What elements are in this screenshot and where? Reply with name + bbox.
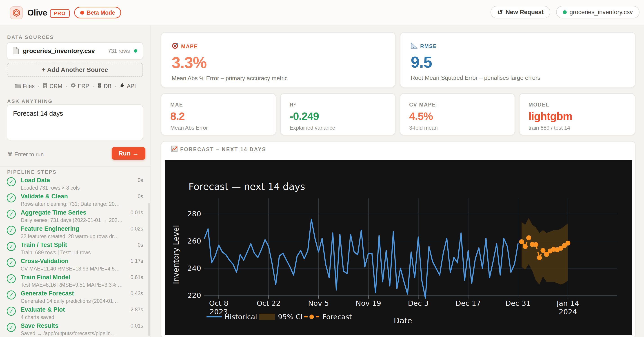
mape-desc: Mean Abs % Error – primary accuracy metr… xyxy=(172,75,385,82)
source-file-card[interactable]: groceries_inventory.csv 731 rows xyxy=(7,42,143,60)
step-duration: 2.87s xyxy=(130,307,143,313)
cv-mape-label: CV MAPE xyxy=(409,102,506,108)
pipeline-step[interactable]: ✓ Train Final Model Test MAE=8.16 RMSE=9… xyxy=(0,274,151,290)
mae-card: MAE 8.2 Mean Abs Error xyxy=(161,93,276,135)
pipeline-step[interactable]: ✓ Train / Test Split Train: 689 rows | T… xyxy=(0,241,151,257)
step-detail: Train: 689 rows | Test: 14 rows xyxy=(21,250,128,256)
cv-mape-desc: 3-fold mean xyxy=(409,125,506,131)
r2-card: R² -0.249 Explained variance xyxy=(280,93,396,135)
run-hint: ⌘ Enter to run xyxy=(7,151,44,158)
pipeline-step[interactable]: ✓ Load Data Loaded 731 rows × 8 cols 0s xyxy=(0,176,151,192)
model-value: lightgbm xyxy=(528,110,626,122)
step-title: Feature Engineering xyxy=(21,225,79,232)
step-duration: 1.17s xyxy=(130,258,143,264)
step-duration: 0.43s xyxy=(130,290,143,296)
step-title: Cross-Validation xyxy=(21,258,68,265)
active-file-pill[interactable]: groceries_inventory.csv xyxy=(556,6,640,18)
source-filename: groceries_inventory.csv xyxy=(23,48,104,54)
svg-text:Date: Date xyxy=(394,316,412,325)
mape-label: MAPE xyxy=(181,44,198,50)
step-detail: 4 charts saved xyxy=(21,314,128,320)
svg-text:Forecast: Forecast xyxy=(322,313,352,321)
step-duration: 0.61s xyxy=(130,274,143,280)
sidebar: DATA SOURCES groceries_inventory.csv 731… xyxy=(0,26,151,337)
building-icon xyxy=(43,83,48,90)
model-desc: train 689 / test 14 xyxy=(528,125,626,131)
folder-icon xyxy=(15,83,21,90)
step-detail: Saved → /app/outputs/forecasts/pipelin… xyxy=(21,330,128,336)
svg-text:95% CI: 95% CI xyxy=(278,313,303,321)
api-icon-item[interactable]: API xyxy=(120,83,136,90)
check-icon: ✓ xyxy=(7,274,16,283)
r2-label: R² xyxy=(290,102,386,108)
step-title: Train Final Model xyxy=(21,274,70,281)
new-request-button[interactable]: ↺ New Request xyxy=(490,6,550,18)
rmse-desc: Root Mean Squared Error – penalises larg… xyxy=(411,74,625,81)
database-icon-item[interactable]: DB xyxy=(97,83,112,90)
step-title: Generate Forecast xyxy=(21,290,74,297)
pipeline-steps: ✓ Load Data Loaded 731 rows × 8 cols 0s … xyxy=(0,176,151,337)
check-icon: ✓ xyxy=(7,194,16,202)
plug-icon xyxy=(120,83,125,90)
app-title: Olive xyxy=(28,8,47,18)
step-duration: 0.02s xyxy=(130,226,143,232)
pipeline-step[interactable]: ✓ Generate Forecast Generated 14 daily p… xyxy=(0,290,151,306)
svg-text:Historical: Historical xyxy=(224,313,257,321)
step-title: Train / Test Split xyxy=(21,242,67,248)
check-icon: ✓ xyxy=(7,307,16,316)
top-bar: Olive PRO Beta Mode ↺ New Request grocer… xyxy=(0,0,644,26)
step-title: Evaluate & Plot xyxy=(21,306,65,313)
step-duration: 0.01s xyxy=(130,323,143,329)
step-duration: 0s xyxy=(138,242,143,248)
pro-badge: PRO xyxy=(50,9,70,18)
file-icon xyxy=(12,47,19,55)
step-title: Save Results xyxy=(21,322,58,329)
pipeline-step[interactable]: ✓ Aggregate Time Series Daily series: 73… xyxy=(0,209,151,225)
check-icon: ✓ xyxy=(7,226,16,235)
cv-mape-card: CV MAPE 4.5% 3-fold mean xyxy=(400,93,515,135)
step-title: Validate & Clean xyxy=(21,193,68,200)
source-type-files[interactable]: Files xyxy=(15,83,34,90)
mae-value: 8.2 xyxy=(170,110,267,122)
step-detail: Daily series: 731 days (2022-01-01 → 202… xyxy=(21,217,128,223)
beta-mode-pill[interactable]: Beta Mode xyxy=(74,7,121,18)
svg-text:240: 240 xyxy=(188,264,201,272)
pipeline-step[interactable]: ✓ Evaluate & Plot 4 charts saved 2.87s xyxy=(0,306,151,322)
beta-dot-icon xyxy=(80,11,84,14)
svg-text:Inventory Level: Inventory Level xyxy=(172,225,180,284)
pipeline-step[interactable]: ✓ Validate & Clean Rows after cleaning: … xyxy=(0,192,151,209)
forecast-card: FORECAST – NEXT 14 DAYS 220240260280Oct … xyxy=(161,141,636,337)
pipeline-step[interactable]: ✓ Feature Engineering 32 features create… xyxy=(0,225,151,241)
rmse-label: RMSE xyxy=(420,43,437,50)
sidebar-scrollbar[interactable] xyxy=(148,203,150,336)
beta-label: Beta Mode xyxy=(87,10,115,16)
query-input[interactable]: Forecast 14 days xyxy=(7,104,143,140)
check-icon: ✓ xyxy=(7,258,16,267)
ask-anything-heading: ASK ANYTHING xyxy=(7,98,53,104)
check-icon: ✓ xyxy=(7,242,16,251)
mae-desc: Mean Abs Error xyxy=(170,125,267,131)
svg-text:Oct 22: Oct 22 xyxy=(256,299,280,308)
step-title: Aggregate Time Series xyxy=(21,209,86,216)
pipeline-step[interactable]: ✓ Cross-Validation CV MAE=11.40 RMSE=13.… xyxy=(0,257,151,274)
source-type-crm[interactable]: CRM xyxy=(43,83,62,90)
svg-text:260: 260 xyxy=(188,237,201,245)
step-title: Load Data xyxy=(21,177,50,184)
gear-icon-item[interactable]: ERP xyxy=(70,83,89,90)
source-status-dot xyxy=(134,49,137,52)
r2-desc: Explained variance xyxy=(290,125,386,131)
target-icon xyxy=(172,42,178,50)
step-duration: 0s xyxy=(138,194,143,200)
step-detail: Loaded 731 rows × 8 cols xyxy=(21,185,128,191)
source-type-row: Files · CRM · ERP · DB · API xyxy=(0,83,151,90)
step-duration: 0.01s xyxy=(130,210,143,216)
svg-text:Dec 31: Dec 31 xyxy=(505,299,531,308)
forecast-heading: FORECAST – NEXT 14 DAYS xyxy=(180,146,266,152)
add-source-button[interactable]: + Add Another Source xyxy=(7,63,143,77)
run-button[interactable]: Run → xyxy=(112,147,146,160)
rmse-value: 9.5 xyxy=(411,53,625,71)
pipeline-step[interactable]: ✓ Save Results Saved → /app/outputs/fore… xyxy=(0,322,151,337)
check-icon: ✓ xyxy=(7,290,16,300)
app-logo-icon xyxy=(10,6,23,19)
step-detail: Test MAE=8.16 RMSE=9.51 MAPE=3.3% … xyxy=(21,282,128,288)
